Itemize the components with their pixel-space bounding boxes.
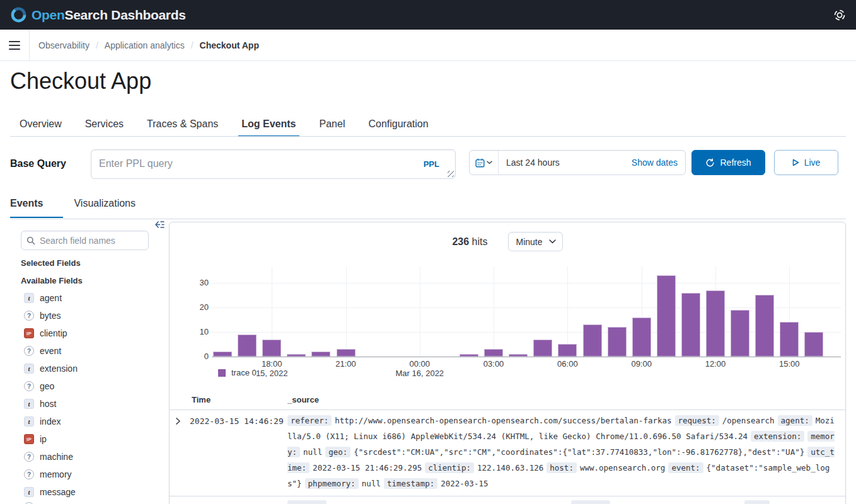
base-query-label: Base Query: [10, 158, 66, 169]
chart-bar: [706, 290, 725, 357]
ip-type-icon: IP: [24, 434, 34, 444]
breadcrumb-item-observability[interactable]: Observability: [38, 40, 90, 50]
field-item-memory[interactable]: ?memory: [24, 466, 150, 483]
gridline-y-0: [212, 357, 841, 357]
refresh-icon: [705, 158, 715, 168]
source-key-badge: phpmemory:: [305, 478, 359, 489]
x-axis-date-label: 15, 2022: [256, 369, 288, 378]
chart-bar: [731, 310, 749, 357]
top-navbar: OpenSearch Dashboards: [0, 0, 856, 30]
next-row-badge-partial: [287, 500, 327, 504]
live-button[interactable]: Live: [774, 150, 838, 175]
x-axis-tick-03-00: 03:00: [483, 359, 504, 369]
menu-hamburger-icon[interactable]: [0, 30, 30, 60]
source-key-badge: geo:: [325, 447, 350, 457]
theme-circle-icon[interactable]: [833, 9, 846, 21]
ip-type-icon: IP: [24, 328, 34, 338]
chart-bar: [287, 354, 306, 357]
field-item-clientip[interactable]: IPclientip: [24, 324, 150, 342]
field-name: machine: [40, 452, 73, 462]
field-item-ip[interactable]: IPip: [24, 430, 150, 448]
unknown-type-icon: ?: [24, 311, 34, 321]
available-fields-heading: Available Fields: [21, 276, 83, 285]
refresh-button[interactable]: Refresh: [691, 150, 765, 175]
search-icon: [26, 236, 35, 245]
events-viz-tabs: EventsVisualizations: [10, 198, 156, 218]
page-title: Checkout App: [10, 68, 151, 94]
text-type-icon: t: [24, 416, 34, 427]
calendar-quick-select-button[interactable]: [470, 151, 499, 175]
breadcrumb-separator: /: [96, 40, 98, 50]
chart-bar: [608, 327, 627, 357]
y-axis-tick-10: 10: [190, 327, 209, 336]
table-row: 2022-03-15 14:46:29 referer:http://www.o…: [170, 410, 845, 496]
source-key-badge: event:: [668, 462, 703, 473]
gridline-y-20: [212, 307, 841, 308]
field-name: ip: [40, 434, 47, 444]
chart-bar: [509, 354, 528, 357]
breadcrumb-item-checkout-app: Checkout App: [200, 40, 259, 50]
gridline-y-30: [212, 283, 841, 284]
chevron-down-icon: [487, 161, 492, 164]
source-value: /opensearch: [722, 416, 775, 425]
source-value: null: [303, 447, 322, 457]
available-fields-list: tagent?bytesIPclientip?eventtextension?g…: [24, 289, 150, 501]
cell-time: 2022-03-15 14:46:29: [190, 416, 284, 426]
source-value: null: [362, 479, 381, 488]
cell-source: referer:http://www.opensearch-opensearch…: [287, 413, 835, 491]
source-value: 2022-03-15 21:46:29.295: [313, 463, 422, 472]
field-item-host[interactable]: thost: [24, 395, 150, 413]
tab-traces-spans[interactable]: Traces & Spans: [147, 118, 218, 137]
source-value: 122.140.63.126: [477, 463, 543, 472]
breadcrumb: Observability/Application analytics/Chec…: [38, 40, 259, 50]
legend-item[interactable]: trace 0: [218, 368, 257, 377]
field-item-bytes[interactable]: ?bytes: [24, 307, 150, 324]
chart-bar: [262, 340, 281, 357]
field-item-index[interactable]: tindex: [24, 413, 150, 430]
chart-bar: [484, 349, 503, 357]
app-tabs-divider: [10, 136, 846, 137]
tab-panel[interactable]: Panel: [320, 118, 345, 137]
y-axis-tick-30: 30: [190, 278, 209, 287]
chart-bar: [804, 332, 823, 357]
tab-overview[interactable]: Overview: [20, 118, 62, 137]
column-header-time: Time: [192, 395, 211, 404]
unknown-type-icon: ?: [24, 452, 34, 462]
opensearch-logo[interactable]: OpenSearch Dashboards: [10, 6, 186, 23]
logo-text: OpenSearch Dashboards: [32, 8, 186, 23]
field-item-event[interactable]: ?event: [24, 342, 150, 360]
tab-visualizations[interactable]: Visualizations: [74, 198, 156, 218]
tab-services[interactable]: Services: [85, 118, 124, 137]
field-search-input[interactable]: [40, 236, 134, 246]
field-item-agent[interactable]: tagent: [24, 289, 150, 307]
collapse-sidebar-icon[interactable]: [154, 220, 165, 229]
field-item-machine[interactable]: ?machine: [24, 448, 150, 466]
refresh-button-label: Refresh: [720, 158, 751, 168]
breadcrumb-bar: Observability/Application analytics/Chec…: [0, 30, 856, 61]
show-dates-link[interactable]: Show dates: [632, 158, 685, 168]
x-axis-tick-21-00: 21:00: [335, 359, 356, 369]
breadcrumb-separator: /: [191, 40, 194, 50]
time-range-value[interactable]: Last 24 hours: [499, 158, 632, 168]
source-key-badge: request:: [675, 415, 719, 426]
play-icon: [792, 159, 799, 166]
field-item-extension[interactable]: textension: [24, 360, 150, 377]
tab-log-events[interactable]: Log Events: [241, 118, 296, 137]
source-value: http://www.opensearch-opensearch-opensea…: [335, 416, 671, 425]
unknown-type-icon: ?: [24, 381, 34, 391]
text-type-icon: t: [24, 399, 34, 409]
table-header: Time _source: [170, 390, 845, 410]
resize-handle-icon[interactable]: [448, 171, 454, 177]
ppl-query-input[interactable]: [91, 149, 456, 179]
field-name: extension: [40, 364, 78, 374]
unknown-type-icon: ?: [24, 469, 34, 479]
tab-events[interactable]: Events: [10, 198, 63, 218]
chart-bar: [632, 318, 651, 357]
expand-row-icon[interactable]: [175, 417, 181, 425]
tab-configuration[interactable]: Configuration: [368, 118, 428, 137]
x-axis-tick-18-00: 18:00: [262, 359, 282, 369]
breadcrumb-item-application-analytics[interactable]: Application analytics: [105, 40, 185, 50]
field-item-geo[interactable]: ?geo: [24, 377, 150, 395]
field-name: host: [40, 399, 56, 409]
field-item-message[interactable]: tmessage: [24, 483, 150, 501]
